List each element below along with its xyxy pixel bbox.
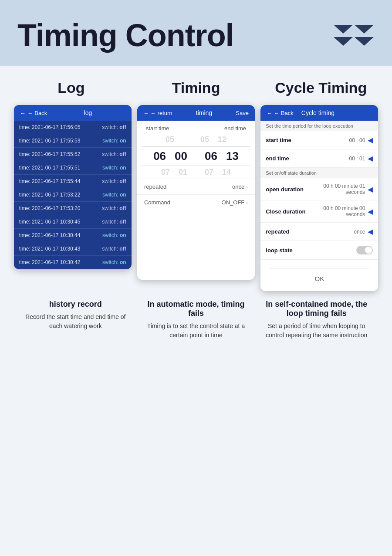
timing-command-label: Command (144, 199, 170, 206)
cycle-end-time-row[interactable]: end time 00 : 01 ◀ (260, 149, 378, 168)
end-m-row3: 14 (220, 167, 233, 178)
log-entry: time: 2021-06-17 17:55:52 switch: off (14, 148, 132, 161)
log-back-button[interactable]: ← ← Back (20, 110, 47, 116)
log-entry-switch: switch: off (102, 205, 126, 211)
log-screen-header: ← ← Back log (14, 105, 132, 121)
timing-screen-title: timing (196, 109, 212, 116)
cycle-desc-body: Set a period of time when looping to con… (263, 322, 370, 340)
cycle-end-time-value: 00 : 01 (296, 156, 365, 162)
cycle-ok-area: OK (260, 260, 378, 291)
cycle-screen-header: ← ← Back Cycle timing (260, 105, 378, 121)
cycle-subtitle-2: Set on/off state duration (260, 168, 378, 178)
log-entry-time: time: 2021-06-17 17:53:22 (19, 192, 81, 198)
picker-row-3: 07 01 07 14 (142, 166, 250, 179)
start-time-label: start time (146, 125, 169, 132)
log-entry: time: 2021-06-17 17:55:44 switch: off (14, 175, 132, 188)
timing-repeated-label: repeated (144, 183, 166, 190)
cycle-ok-button[interactable]: OK (269, 268, 369, 282)
log-entry: time: 2021-06-17 10:30:45 switch: off (14, 215, 132, 229)
timing-col-labels: start time end time (137, 121, 255, 133)
log-entry-time: time: 2021-06-17 10:30:42 (19, 259, 81, 265)
start-h-row3: 07 (159, 167, 172, 178)
log-entry-switch: switch: off (102, 246, 126, 252)
log-entry-time: time: 2021-06-17 17:56:05 (19, 124, 81, 130)
log-entry-time: time: 2021-06-17 17:55:44 (19, 178, 81, 184)
log-entry: time: 2021-06-17 17:55:53 switch: on (14, 134, 132, 148)
log-entry-time: time: 2021-06-17 10:30:43 (19, 246, 81, 252)
log-entry: time: 2021-06-17 17:55:51 switch: on (14, 161, 132, 175)
log-desc-title: history record (22, 300, 129, 309)
timing-picker: 05 05 12 06 00 06 13 (137, 133, 255, 179)
log-entry: time: 2021-06-17 10:30:44 switch: on (14, 229, 132, 242)
cycle-loop-state-row: loop state (260, 241, 378, 260)
cycle-desc-item: In self-contained mode, the loop timing … (258, 300, 375, 340)
cycle-start-time-label: start time (266, 137, 296, 143)
cycle-desc-title: In self-contained mode, the loop timing … (263, 300, 370, 318)
log-entry-time: time: 2021-06-17 10:30:44 (19, 232, 81, 238)
start-m-row2: 00 (172, 149, 190, 164)
cycle-close-duration-row[interactable]: Close duration 00 h 00 minute 00 seconds… (260, 200, 378, 223)
start-h-row2: 06 (151, 149, 169, 164)
end-m-row2: 13 (223, 149, 241, 164)
cycle-timing-screen: ← ← Back Cycle timing Set the time perio… (260, 105, 378, 291)
section-headers: Log Timing Cycle Timing (9, 79, 383, 96)
log-entry: time: 2021-06-17 17:53:22 switch: on (14, 188, 132, 202)
cycle-timing-title: Cycle Timing (258, 79, 383, 96)
cycle-end-chevron-icon: ◀ (368, 154, 373, 163)
cycle-repeated-value: once (296, 229, 365, 235)
log-screen-title: log (84, 109, 92, 116)
timing-repeated-value: once › (232, 183, 248, 190)
timing-screen-header: ← ← return timing Save (137, 105, 255, 121)
timing-save-button[interactable]: Save (236, 110, 249, 116)
cycle-open-duration-row[interactable]: open duration 00 h 00 minute 01 seconds … (260, 178, 378, 200)
timing-spacer (137, 210, 255, 280)
log-entry-time: time: 2021-06-17 17:55:51 (19, 165, 81, 171)
cycle-close-duration-label: Close duration (266, 208, 305, 215)
log-entry-switch: switch: on (102, 259, 126, 265)
timing-command-row[interactable]: Command ON_OFF › (137, 194, 255, 210)
timing-repeated-row[interactable]: repeated once › (137, 179, 255, 194)
cycle-start-time-value: 00 : 00 (296, 137, 365, 143)
page-title: Timing Control (17, 17, 234, 53)
log-entries-list: time: 2021-06-17 17:56:05 switch: off ti… (14, 121, 132, 269)
command-chevron-right-icon: › (246, 200, 248, 205)
cycle-repeated-chevron-icon: ◀ (368, 227, 373, 236)
log-entry: time: 2021-06-17 17:56:05 switch: off (14, 121, 132, 134)
timing-screen: ← ← return timing Save start time end ti… (137, 105, 255, 280)
cycle-repeated-row[interactable]: repeated once ◀ (260, 223, 378, 241)
start-m-row3: 01 (176, 167, 190, 178)
end-h-row1: 05 (198, 134, 212, 146)
timing-desc-item: In automatic mode, timing fails Timing i… (138, 300, 254, 340)
cycle-close-chevron-icon: ◀ (368, 207, 373, 216)
log-entry-switch: switch: off (102, 219, 126, 225)
log-entry-time: time: 2021-06-17 10:30:45 (19, 219, 81, 225)
cycle-back-button[interactable]: ← ← Back (267, 110, 294, 116)
log-entry-time: time: 2021-06-17 17:55:52 (19, 151, 81, 157)
cycle-timing-section-header: Cycle Timing (258, 79, 383, 96)
log-entry: time: 2021-06-17 17:53:20 switch: off (14, 202, 132, 215)
cycle-loop-state-label: loop state (266, 247, 296, 254)
end-h-row3: 07 (202, 167, 216, 178)
end-time-label: end time (224, 125, 246, 132)
cycle-subtitle-1: Set the time period for the loop executi… (260, 121, 378, 131)
log-entry-switch: switch: on (102, 232, 126, 238)
timing-desc-title: In automatic mode, timing fails (142, 300, 250, 318)
cycle-open-duration-label: open duration (266, 186, 304, 193)
cycle-open-duration-value: 00 h 00 minute 01 seconds (304, 183, 365, 195)
cycle-start-time-row[interactable]: start time 00 : 00 ◀ (260, 131, 378, 149)
cycle-loop-toggle[interactable] (356, 246, 373, 254)
timing-title: Timing (134, 79, 259, 96)
log-entry-switch: switch: off (102, 151, 126, 157)
timing-back-button[interactable]: ← ← return (143, 110, 172, 116)
log-screen: ← ← Back log time: 2021-06-17 17:56:05 s… (14, 105, 132, 269)
log-entry-time: time: 2021-06-17 17:53:20 (19, 205, 81, 211)
page-header: Timing Control (0, 0, 392, 66)
cycle-open-chevron-icon: ◀ (368, 185, 373, 193)
log-title: Log (9, 79, 134, 96)
end-h-row2: 06 (202, 149, 220, 164)
timing-back-arrow: ← (143, 110, 149, 116)
timing-back-label: ← return (150, 110, 172, 116)
log-entry-switch: switch: on (102, 192, 126, 198)
log-entry-switch: switch: off (102, 178, 126, 184)
timing-command-value: ON_OFF › (222, 199, 248, 206)
